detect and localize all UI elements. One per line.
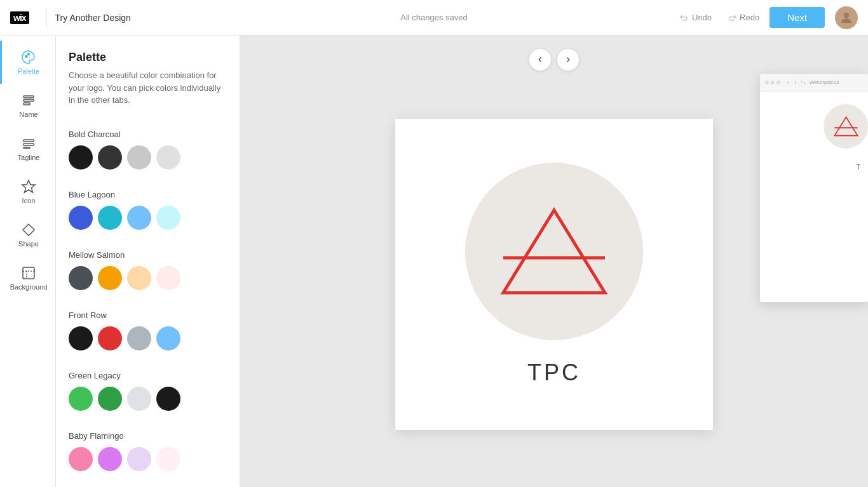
header-right: Undo Redo Next: [674, 6, 858, 29]
undo-button[interactable]: Undo: [674, 10, 717, 25]
sidebar-item-tagline[interactable]: Tagline: [0, 127, 55, 170]
header-divider: [46, 9, 46, 27]
palette-item-1[interactable]: Blue Lagoon: [56, 180, 240, 240]
svg-point-1: [25, 56, 27, 58]
palette-item-5[interactable]: Baby Flamingo: [56, 421, 240, 481]
svg-rect-10: [23, 267, 34, 279]
palette-item-2[interactable]: Mellow Salmon: [56, 240, 240, 300]
tagline-nav-label: Tagline: [18, 154, 40, 161]
logo-triangle-icon: [491, 197, 618, 305]
color-swatches-5: [69, 447, 227, 471]
color-swatch-3-2[interactable]: [127, 326, 151, 350]
color-swatch-4-3[interactable]: [156, 387, 180, 411]
palette-panel-description: Choose a beautiful color combination for…: [69, 69, 227, 107]
color-swatches-2: [69, 266, 227, 290]
color-swatch-1-3[interactable]: [156, 206, 180, 230]
logo-company-name: TPC: [527, 359, 581, 386]
color-swatch-4-2[interactable]: [127, 387, 151, 411]
sidebar-nav: Palette Name Tagline Icon: [0, 36, 56, 487]
chevron-right-icon: [564, 55, 573, 64]
color-swatch-2-1[interactable]: [98, 266, 122, 290]
prev-design-button[interactable]: [529, 48, 552, 71]
palette-header: Palette Choose a beautiful color combina…: [56, 36, 240, 114]
palette-list: Bold CharcoalBlue LagoonMellow SalmonFro…: [56, 114, 240, 488]
sidebar-item-name[interactable]: Name: [0, 84, 55, 127]
canvas-area: TPC www.mysite.co: [240, 36, 868, 487]
color-swatches-1: [69, 206, 227, 230]
color-swatch-0-0[interactable]: [69, 145, 93, 170]
icon-nav-icon: [21, 179, 36, 194]
background-nav-label: Background: [10, 283, 48, 291]
palette-item-name-0: Bold Charcoal: [69, 130, 227, 139]
color-swatch-3-3[interactable]: [156, 326, 180, 350]
color-swatch-5-3[interactable]: [156, 447, 180, 471]
palette-item-name-2: Mellow Salmon: [69, 250, 227, 260]
sidebar-item-background[interactable]: Background: [0, 257, 55, 300]
browser-url: www.mysite.co: [810, 80, 839, 84]
main-layout: Palette Name Tagline Icon: [0, 36, 868, 487]
color-swatch-4-1[interactable]: [98, 387, 122, 411]
palette-panel: Palette Choose a beautiful color combina…: [56, 36, 240, 487]
background-icon: [21, 265, 36, 281]
icon-nav-label: Icon: [22, 197, 36, 204]
color-swatch-3-1[interactable]: [98, 326, 122, 350]
shape-icon: [21, 222, 36, 237]
svg-marker-9: [22, 180, 35, 192]
color-swatch-2-2[interactable]: [127, 266, 151, 290]
color-swatch-0-2[interactable]: [127, 145, 151, 170]
wix-wordmark: wix: [10, 11, 29, 24]
name-icon: [21, 93, 36, 108]
redo-icon: [727, 13, 737, 23]
name-nav-label: Name: [19, 110, 37, 118]
color-swatches-4: [69, 387, 227, 411]
svg-rect-6: [24, 140, 34, 142]
browser-refresh-icon: [801, 80, 806, 85]
header-status: All changes saved: [400, 13, 468, 22]
sidebar-item-shape[interactable]: Shape: [0, 213, 55, 257]
browser-preview: www.mysite.co T: [760, 74, 868, 302]
color-swatch-5-2[interactable]: [127, 447, 151, 471]
color-swatch-4-0[interactable]: [69, 387, 93, 411]
color-swatch-2-3[interactable]: [156, 266, 180, 290]
color-swatch-1-2[interactable]: [127, 206, 151, 230]
color-swatches-3: [69, 326, 227, 350]
browser-back-icon: [785, 80, 790, 85]
user-avatar[interactable]: [835, 6, 858, 29]
wix-logo: wix: [10, 11, 29, 24]
color-swatch-1-0[interactable]: [69, 206, 93, 230]
palette-item-name-3: Front Row: [69, 310, 227, 320]
browser-preview-triangle: [832, 114, 860, 139]
browser-forward-icon: [793, 80, 798, 85]
header: wix Try Another Design All changes saved…: [0, 0, 868, 36]
sidebar-item-icon[interactable]: Icon: [0, 170, 55, 213]
color-swatch-1-1[interactable]: [98, 206, 122, 230]
browser-bar: www.mysite.co: [760, 74, 868, 91]
color-swatch-5-0[interactable]: [69, 447, 93, 471]
palette-icon: [21, 50, 36, 65]
svg-rect-8: [24, 147, 30, 149]
palette-item-3[interactable]: Front Row: [56, 300, 240, 361]
palette-item-4[interactable]: Green Legacy: [56, 361, 240, 421]
color-swatch-3-0[interactable]: [69, 326, 93, 350]
color-swatches-0: [69, 145, 227, 170]
palette-item-name-1: Blue Lagoon: [69, 190, 227, 199]
color-swatch-2-0[interactable]: [69, 266, 93, 290]
sidebar-item-palette[interactable]: Palette: [0, 41, 55, 84]
svg-rect-3: [24, 96, 34, 98]
svg-point-2: [28, 53, 30, 55]
shape-nav-label: Shape: [18, 240, 39, 248]
chevron-left-icon: [536, 55, 545, 64]
svg-rect-4: [24, 100, 34, 102]
palette-item-0[interactable]: Bold Charcoal: [56, 119, 240, 180]
palette-item-name-5: Baby Flamingo: [69, 431, 227, 441]
avatar-icon: [839, 10, 854, 25]
palette-panel-title: Palette: [69, 51, 227, 64]
svg-rect-5: [24, 103, 30, 105]
color-swatch-0-1[interactable]: [98, 145, 122, 170]
redo-button[interactable]: Redo: [722, 10, 764, 25]
next-design-button[interactable]: [557, 48, 580, 71]
next-button[interactable]: Next: [770, 7, 825, 28]
logo-card: TPC: [395, 119, 713, 430]
color-swatch-5-1[interactable]: [98, 447, 122, 471]
color-swatch-0-3[interactable]: [156, 145, 180, 170]
